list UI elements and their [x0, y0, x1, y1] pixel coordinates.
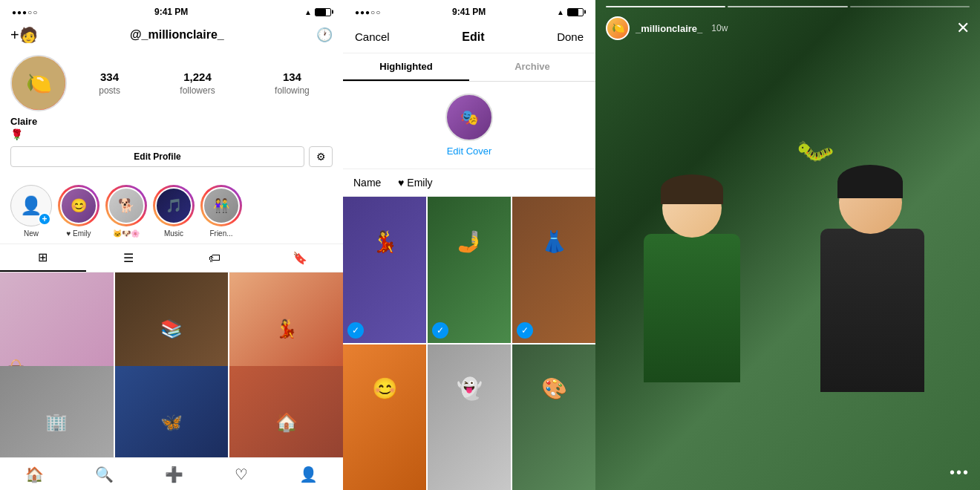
followers-label: followers	[180, 85, 215, 96]
grid-photo-5[interactable]: 🦋	[115, 366, 229, 458]
signal-dots-mid: ●●●○○	[355, 8, 381, 16]
add-story-icon: +	[38, 212, 51, 226]
story-label-new: New	[24, 229, 39, 238]
story-circle-animals: 🐕	[105, 185, 147, 226]
wifi-icon: ▲	[304, 8, 312, 16]
posts-label: posts	[99, 85, 120, 96]
edit-header: Cancel Edit Done	[343, 21, 595, 53]
profile-username: @_millionclaire_	[130, 28, 224, 42]
bottom-nav: 🏠 🔍 ➕ ♡ 👤	[0, 457, 343, 490]
story-emily[interactable]: 😊 ♥ Emily	[58, 185, 99, 238]
cover-emoji: 🎭	[460, 108, 479, 126]
stories-row: 👤 + New 😊 ♥ Emily 🐕 🐱🐶🌸 🎵 Music �	[0, 179, 343, 244]
search-nav[interactable]: 🔍	[88, 463, 121, 486]
story-inner-friends: 👫	[203, 187, 240, 224]
story-animals[interactable]: 🐕 🐱🐶🌸	[105, 185, 147, 238]
edit-title: Edit	[462, 30, 484, 44]
left-phone: ●●●○○ 9:41 PM ▲ +🧑 @_millionclaire_ 🕐 🍋 …	[0, 0, 343, 490]
story-label-music: Music	[164, 229, 183, 238]
posts-count: 334	[99, 71, 120, 83]
edit-cover-label[interactable]: Edit Cover	[447, 146, 492, 157]
person-icon: 🏷	[209, 252, 220, 265]
status-icons-left: ▲	[304, 8, 331, 16]
story-inner-music: 🎵	[155, 187, 192, 224]
cover-circle[interactable]: 🎭	[445, 94, 493, 141]
add-user-icon[interactable]: +🧑	[10, 26, 38, 44]
story-circle-emily: 😊	[58, 185, 99, 226]
settings-button[interactable]: ⚙	[309, 146, 333, 167]
close-story-button[interactable]: ✕	[956, 19, 970, 38]
done-button[interactable]: Done	[557, 30, 584, 43]
likes-nav[interactable]: ♡	[227, 463, 255, 486]
nav-actions: 🕐	[316, 27, 333, 43]
following-label: following	[275, 85, 310, 96]
story-inner-animals: 🐕	[108, 187, 145, 224]
story-friends[interactable]: 👫 Frien...	[200, 185, 242, 238]
story-more-button[interactable]: •••	[950, 464, 970, 481]
status-bar-left: ●●●○○ 9:41 PM ▲	[0, 0, 343, 21]
edit-photo-2[interactable]: 🤳 ✓	[428, 197, 511, 343]
add-nav[interactable]: ➕	[157, 463, 191, 486]
photos-grid-edit: 💃 ✓ 🤳 ✓ 👗 ✓ 😊 👻 🎨	[343, 197, 595, 490]
followers-stat: 1,224 followers	[180, 71, 215, 97]
grid-photo-6[interactable]: 🏠	[229, 366, 343, 458]
edit-photo-1[interactable]: 💃 ✓	[343, 197, 426, 343]
content-tab-bar: ⊞ ☰ 🏷 🔖	[0, 244, 343, 272]
edit-profile-button[interactable]: Edit Profile	[10, 146, 304, 167]
list-tab[interactable]: ☰	[86, 244, 172, 272]
story-image-area	[595, 46, 980, 455]
cancel-button[interactable]: Cancel	[355, 30, 390, 43]
story-circle-new: 👤 +	[10, 185, 52, 226]
home-nav[interactable]: 🏠	[18, 463, 51, 486]
story-label-friends: Frien...	[209, 229, 232, 238]
edit-cover-section: 🎭 Edit Cover	[343, 82, 595, 169]
wifi-icon-mid: ▲	[557, 8, 564, 16]
edit-photo-6[interactable]: 🎨	[512, 344, 595, 491]
story-view: 🐛 🍋 _millionclaire_ 10w ✕ •••	[595, 0, 980, 490]
time-mid: 9:41 PM	[452, 7, 486, 17]
name-field-label: Name	[353, 177, 398, 189]
highlight-tab-nav: Highlighted Archive	[343, 53, 595, 82]
battery-icon-mid	[567, 8, 584, 16]
battery-icon	[315, 8, 331, 16]
saved-tab[interactable]: 🔖	[258, 244, 344, 272]
grid-photo-4[interactable]: 🏢	[0, 366, 114, 458]
followers-count: 1,224	[180, 71, 215, 83]
history-icon[interactable]: 🕐	[316, 27, 333, 43]
tab-highlighted[interactable]: Highlighted	[343, 53, 469, 81]
check-overlay-2: ✓	[432, 322, 448, 339]
story-progress-bar	[595, 0, 980, 7]
check-overlay-3: ✓	[517, 322, 533, 339]
avatar[interactable]: 🍋	[10, 55, 67, 111]
profile-nav[interactable]: 👤	[292, 463, 325, 486]
signal-dots: ●●●○○	[12, 8, 38, 16]
nav-bar-left: +🧑 @_millionclaire_ 🕐	[0, 21, 343, 49]
time-left: 9:41 PM	[154, 7, 188, 17]
edit-photo-5[interactable]: 👻	[428, 344, 511, 491]
tab-archive[interactable]: Archive	[469, 53, 595, 81]
story-music[interactable]: 🎵 Music	[153, 185, 195, 238]
profile-stats: 334 posts 1,224 followers 134 following	[76, 71, 333, 97]
status-bar-mid: ●●●○○ 9:41 PM ▲	[343, 0, 595, 21]
grid-tab[interactable]: ⊞	[0, 244, 86, 272]
heart-icon: ♥	[398, 177, 404, 189]
highlight-name-value[interactable]: Emily	[407, 177, 432, 189]
tagged-tab[interactable]: 🏷	[172, 244, 258, 272]
profile-buttons: Edit Profile ⚙	[10, 146, 333, 167]
story-content-overlay: 🍋 _millionclaire_ 10w ✕ •••	[595, 0, 980, 490]
bookmark-icon: 🔖	[293, 251, 307, 265]
story-label-animals: 🐱🐶🌸	[113, 229, 140, 238]
story-username: _millionclaire_	[636, 23, 702, 34]
posts-stat: 334 posts	[99, 71, 120, 97]
list-icon: ☰	[123, 251, 134, 265]
story-user-info: 🍋 _millionclaire_ 10w	[606, 16, 728, 40]
story-circle-music: 🎵	[153, 185, 195, 226]
story-top-bar: 🍋 _millionclaire_ 10w ✕	[595, 7, 980, 46]
story-new[interactable]: 👤 + New	[10, 185, 52, 238]
edit-photo-4[interactable]: 😊	[343, 344, 426, 491]
profile-bio-emoji: 🌹	[10, 128, 333, 140]
story-circle-friends: 👫	[200, 185, 242, 226]
edit-photo-3[interactable]: 👗 ✓	[512, 197, 595, 343]
photo-grid: 👜 📚 💃 🏢 🦋 🏠	[0, 272, 343, 457]
story-inner-emily: 😊	[60, 187, 97, 224]
